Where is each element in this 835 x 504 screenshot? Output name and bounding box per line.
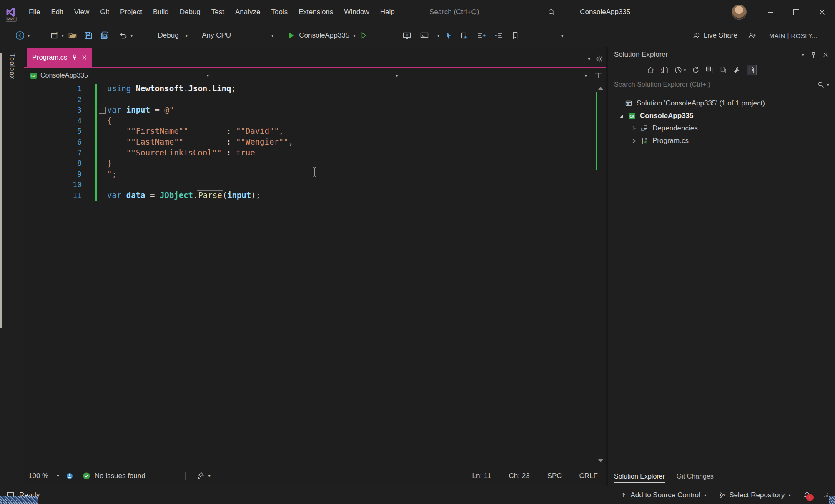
screen-broadcast-chevron-icon[interactable]: ▾: [437, 33, 440, 38]
tab-program-cs[interactable]: Program.cs: [27, 48, 92, 67]
code-line[interactable]: ""LastName"" : ""Wengier"",: [107, 137, 293, 148]
monitor-arrow-icon[interactable]: [402, 31, 411, 40]
tab-list-chevron-icon[interactable]: ▾: [588, 57, 590, 61]
pin-icon[interactable]: [811, 52, 816, 58]
resize-grip[interactable]: [823, 492, 829, 498]
tool-tab-git-changes[interactable]: Git Changes: [677, 473, 714, 483]
code-row[interactable]: 9";: [24, 169, 595, 180]
close-icon[interactable]: [82, 55, 87, 60]
breadcrumb-project[interactable]: ConsoleApp335: [40, 72, 88, 79]
navigate-back-chevron-icon[interactable]: ▾: [28, 33, 30, 38]
outdent-lines-icon[interactable]: [494, 32, 504, 39]
toolbox-tab[interactable]: Toolbox: [8, 53, 16, 79]
save-icon[interactable]: [84, 31, 93, 40]
menu-test[interactable]: Test: [206, 8, 230, 16]
code-row[interactable]: 4{: [24, 115, 595, 126]
search-icon[interactable]: [817, 81, 825, 88]
start-debugging-button[interactable]: ConsoleApp335 ▾: [288, 31, 356, 40]
menu-build[interactable]: Build: [148, 8, 174, 16]
scroll-up-icon[interactable]: [598, 87, 603, 90]
document-health-indicator[interactable]: No issues found: [83, 472, 145, 480]
cursor-line[interactable]: Ln: 11: [472, 472, 491, 480]
breadcrumb-project-chevron-icon[interactable]: ▾: [207, 73, 209, 78]
format-lines-icon[interactable]: [477, 32, 486, 39]
editor-scrollbar[interactable]: [595, 83, 606, 466]
cursor-column[interactable]: Ch: 23: [509, 472, 530, 480]
new-project-chevron-icon[interactable]: ▾: [62, 33, 64, 38]
solution-configuration-dropdown[interactable]: Debug ▾: [158, 31, 188, 40]
code-line[interactable]: var input = @": [107, 105, 174, 115]
preview-selected-items-icon[interactable]: [747, 65, 757, 75]
scrollbar-thumb[interactable]: [597, 171, 604, 171]
select-repository-button[interactable]: Select Repository ▴: [719, 491, 791, 499]
scroll-down-icon[interactable]: [598, 459, 603, 462]
collapse-all-icon[interactable]: [705, 66, 714, 74]
code-line[interactable]: ""SourceLinkIsCool"" : true: [107, 148, 255, 158]
code-line[interactable]: ";: [107, 169, 117, 180]
save-all-icon[interactable]: [100, 31, 110, 40]
search-options-chevron-icon[interactable]: ▾: [827, 83, 829, 87]
toolbar-overflow-button[interactable]: ▾: [559, 33, 565, 39]
maximize-button[interactable]: [783, 0, 809, 24]
expander-icon[interactable]: [619, 113, 628, 118]
breadcrumb-member-chevron-icon[interactable]: ▾: [584, 73, 587, 78]
home-icon[interactable]: [647, 66, 655, 74]
search-input[interactable]: Search (Ctrl+Q): [429, 8, 479, 16]
code-row[interactable]: 11var data = JObject.Parse(input);: [24, 190, 595, 201]
close-icon[interactable]: [823, 52, 828, 58]
code-line[interactable]: ""FirstName"" : ""David"",: [107, 126, 283, 137]
indent-mode[interactable]: SPC: [547, 472, 562, 480]
status-indicator-icon[interactable]: [66, 472, 73, 480]
gear-icon[interactable]: [596, 55, 603, 63]
menu-edit[interactable]: Edit: [45, 8, 68, 16]
code-row[interactable]: 1using Newtonsoft.Json.Linq;: [24, 83, 595, 94]
fold-collapse-marker[interactable]: −: [99, 107, 106, 114]
undo-chevron-icon[interactable]: ▾: [130, 33, 133, 38]
code-row[interactable]: 6 ""LastName"" : ""Wengier"",: [24, 137, 595, 148]
breadcrumb-type-chevron-icon[interactable]: ▾: [396, 73, 398, 78]
menu-help[interactable]: Help: [375, 8, 400, 16]
new-project-icon[interactable]: [50, 31, 59, 40]
build-branch-label[interactable]: MAIN | ROSLY...: [769, 32, 817, 39]
solution-platform-dropdown[interactable]: Any CPU ▾: [202, 31, 273, 40]
switch-views-icon[interactable]: [660, 66, 669, 74]
add-person-icon[interactable]: [747, 31, 757, 40]
bookmark-icon[interactable]: [512, 31, 519, 40]
code-row[interactable]: 10: [24, 179, 595, 190]
code-row[interactable]: 8}: [24, 158, 595, 169]
menu-project[interactable]: Project: [115, 8, 148, 16]
code-row[interactable]: 7 ""SourceLinkIsCool"" : true: [24, 148, 595, 158]
menu-view[interactable]: View: [69, 8, 95, 16]
close-button[interactable]: [809, 0, 835, 24]
menu-extensions[interactable]: Extensions: [293, 8, 339, 16]
undo-icon[interactable]: [119, 31, 128, 40]
menu-tools[interactable]: Tools: [266, 8, 293, 16]
panel-options-chevron-icon[interactable]: ▾: [802, 53, 804, 57]
show-all-files-icon[interactable]: [719, 66, 727, 74]
menu-debug[interactable]: Debug: [174, 8, 206, 16]
search-icon[interactable]: [548, 8, 556, 16]
account-avatar[interactable]: [732, 5, 747, 20]
tree-item-consoleapp335[interactable]: C#ConsoleApp335: [608, 110, 835, 122]
zoom-chevron-icon[interactable]: ▾: [57, 474, 59, 478]
menu-window[interactable]: Window: [339, 8, 374, 16]
code-cleanup-button[interactable]: ▾: [196, 472, 211, 480]
code-line[interactable]: }: [107, 158, 112, 169]
start-without-debugging-icon[interactable]: [360, 31, 367, 40]
line-ending[interactable]: CRLF: [579, 472, 598, 480]
pin-icon[interactable]: [72, 54, 77, 60]
menu-git[interactable]: Git: [95, 8, 115, 16]
live-share-button[interactable]: Live Share: [692, 31, 737, 40]
screen-broadcast-icon[interactable]: [420, 31, 429, 40]
split-editor-icon[interactable]: [591, 73, 606, 78]
tool-tab-solution-explorer[interactable]: Solution Explorer: [614, 473, 665, 483]
expander-icon[interactable]: [632, 126, 641, 131]
menu-file[interactable]: File: [23, 8, 45, 16]
code-row[interactable]: 3var input = @": [24, 105, 595, 115]
search-input[interactable]: Search Solution Explorer (Ctrl+;): [614, 81, 710, 88]
pending-changes-filter-icon[interactable]: ▾: [674, 66, 686, 74]
minimize-button[interactable]: [757, 0, 783, 24]
visual-studio-logo[interactable]: PRE: [0, 0, 22, 24]
clipboard-cursor-icon[interactable]: [460, 31, 469, 40]
expander-icon[interactable]: [632, 138, 641, 143]
